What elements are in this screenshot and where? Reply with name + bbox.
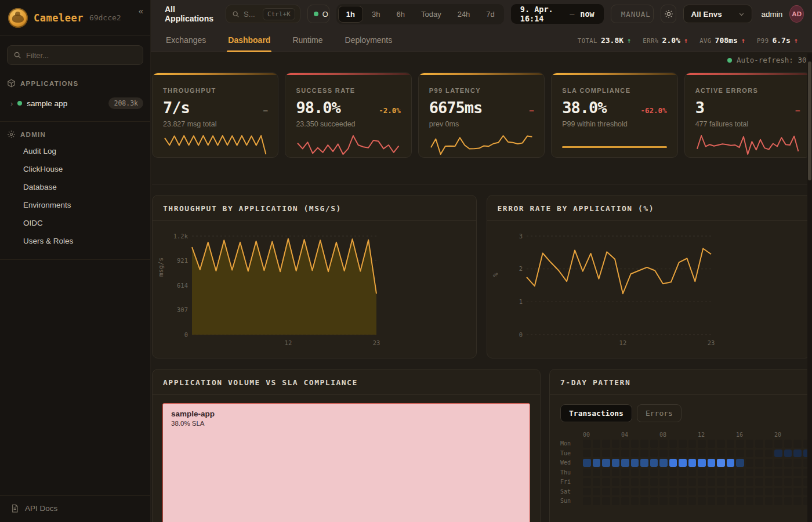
heatmap-cell — [583, 449, 591, 458]
heatmap-cell — [746, 440, 754, 448]
kpi-card-sla-compliance: SLA COMPLIANCE 38.0%-62.0% P99 within th… — [551, 72, 677, 158]
toggle-transactions[interactable]: Transactions — [560, 404, 632, 422]
user-avatar[interactable]: AD — [789, 5, 804, 23]
refresh-mode-button[interactable]: MANUAL — [611, 5, 654, 23]
connection-status-button[interactable]: O — [307, 5, 329, 23]
heatmap-cell — [727, 449, 735, 458]
heatmap-cell — [640, 459, 648, 467]
date-range-display[interactable]: 9. Apr. 16:14 – now — [511, 4, 604, 24]
tab-deployments[interactable]: Deployments — [344, 30, 394, 52]
heatmap-cell — [659, 449, 668, 458]
heatmap-cell — [679, 440, 687, 448]
kpi-subtext: 23.350 succeeded — [296, 120, 400, 128]
heatmap-cell — [793, 469, 802, 477]
theme-toggle-button[interactable] — [661, 5, 676, 23]
heatmap-cell — [717, 469, 725, 477]
global-search[interactable]: Ctrl+K — [226, 5, 300, 23]
kpi-label: P99 LATENCY — [429, 87, 534, 94]
tab-runtime[interactable]: Runtime — [291, 30, 324, 52]
svg-text:1.2k: 1.2k — [173, 233, 188, 240]
stat-total: TOTAL23.8K↑ — [578, 36, 631, 45]
heatmap-cell — [746, 497, 754, 505]
heatmap-cell — [602, 497, 610, 505]
heatmap-cell — [679, 497, 687, 505]
svg-text:1: 1 — [519, 298, 522, 305]
api-docs-label: API Docs — [25, 504, 57, 513]
heatmap-cell — [717, 497, 725, 505]
time-range-3h[interactable]: 3h — [364, 6, 387, 22]
kpi-label: THROUGHPUT — [163, 87, 267, 94]
sidebar-footer: API Docs — [0, 486, 150, 522]
heatmap-cell — [793, 440, 802, 448]
search-input[interactable] — [244, 10, 259, 19]
heatmap-cell — [593, 449, 601, 458]
filter-input[interactable] — [26, 51, 137, 60]
heatmap-cell — [793, 449, 802, 458]
y-axis-label: % — [492, 273, 499, 277]
tab-dashboard[interactable]: Dashboard — [227, 30, 271, 52]
sidebar-item-audit-log[interactable]: Audit Log — [0, 142, 150, 160]
tab-exchanges[interactable]: Exchanges — [165, 30, 207, 52]
scrollbar-track[interactable] — [807, 53, 812, 522]
environment-select[interactable]: All Envs — [683, 5, 752, 23]
heatmap-cell — [602, 488, 610, 496]
sidebar-item-database[interactable]: Database — [0, 178, 150, 196]
heatmap-cell — [593, 497, 601, 505]
package-icon — [7, 79, 16, 88]
heatmap-cell — [631, 449, 639, 458]
heatmap-cell — [774, 469, 782, 477]
heatmap-cell — [631, 440, 639, 448]
treemap-tile-sample-app[interactable]: sample-app 38.0% SLA — [162, 403, 530, 522]
time-range-today[interactable]: Today — [414, 6, 449, 22]
sidebar-item-oidc[interactable]: OIDC — [0, 214, 150, 232]
brand-name: Cameleer — [34, 12, 84, 24]
heatmap-cell — [669, 449, 677, 458]
document-icon — [10, 504, 19, 513]
heatmap-cell — [612, 459, 620, 467]
charts-row: THROUGHPUT BY APPLICATION (MSG/S) msg/s … — [152, 195, 811, 358]
toggle-errors[interactable]: Errors — [637, 404, 682, 422]
kpi-label: SLA COMPLIANCE — [562, 87, 666, 94]
heatmap-row-sun: Sun — [560, 497, 800, 505]
api-docs-link[interactable]: API Docs — [0, 496, 150, 522]
heatmap-cell — [765, 478, 773, 486]
svg-text:23: 23 — [707, 339, 714, 346]
topbar: All Applications Ctrl+K O 1h 3h 6h Today… — [151, 0, 812, 28]
heatmap-cell — [784, 497, 792, 505]
heatmap-cell — [593, 488, 601, 496]
sidebar-filter[interactable] — [7, 45, 143, 65]
heatmap-row-fri: Fri — [560, 478, 800, 486]
heatmap-cell — [746, 488, 754, 496]
heatmap-cell — [583, 488, 591, 496]
scrollbar-thumb[interactable] — [808, 61, 811, 180]
gear-icon — [7, 130, 16, 139]
collapse-sidebar-icon[interactable]: « — [139, 6, 143, 16]
heatmap-hour-labels: 000408121620 — [560, 432, 800, 438]
heatmap-row-thu: Thu — [560, 469, 800, 477]
sidebar-item-clickhouse[interactable]: ClickHouse — [0, 160, 150, 178]
chevron-right-icon[interactable]: › — [10, 99, 13, 108]
sidebar-item-sample-app[interactable]: › sample app 208.3k — [10, 95, 143, 112]
kpi-label: SUCCESS RATE — [296, 87, 400, 94]
card-accent — [153, 73, 278, 75]
heatmap-cell — [659, 459, 668, 467]
svg-text:3: 3 — [519, 233, 522, 240]
summary-stats: TOTAL23.8K↑ ERR%2.0%↑ AVG708ms↑ P996.7s↑ — [578, 36, 798, 52]
treemap-tile-sla: 38.0% SLA — [171, 420, 521, 427]
heatmap-cell — [727, 497, 735, 505]
heatmap-cell — [650, 459, 658, 467]
time-range-24h[interactable]: 24h — [450, 6, 478, 22]
heatmap-cell — [765, 469, 773, 477]
sidebar-item-environments[interactable]: Environments — [0, 196, 150, 214]
time-range-6h[interactable]: 6h — [389, 6, 412, 22]
heatmap-cell — [717, 478, 725, 486]
sidebar-item-users-roles[interactable]: Users & Roles — [0, 232, 150, 250]
throughput-chart-card: THROUGHPUT BY APPLICATION (MSG/S) msg/s … — [152, 195, 477, 358]
time-range-1h[interactable]: 1h — [338, 6, 363, 23]
app-status-dot-icon — [17, 101, 22, 106]
time-range-7d[interactable]: 7d — [478, 6, 502, 22]
heatmap-cell — [621, 497, 629, 505]
treemap-body: sample-app 38.0% SLA — [153, 395, 540, 522]
heatmap-cell — [708, 440, 716, 448]
heatmap-cell — [765, 488, 773, 496]
